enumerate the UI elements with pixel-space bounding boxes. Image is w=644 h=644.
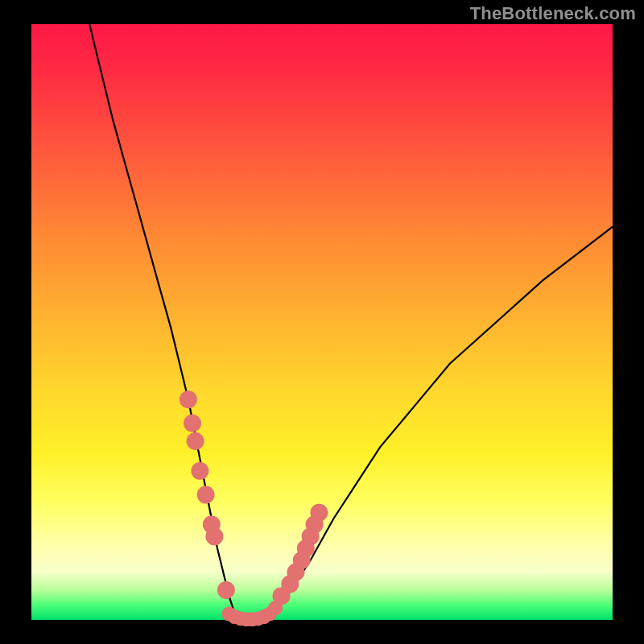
dot-layer xyxy=(180,390,328,626)
data-dot xyxy=(180,390,197,408)
data-dot xyxy=(217,581,235,599)
bottleneck-curve xyxy=(89,24,613,620)
data-dot xyxy=(268,601,283,615)
plot-area xyxy=(31,24,613,620)
data-dot xyxy=(191,462,208,480)
chart-frame: TheBottleneck.com xyxy=(0,0,644,644)
data-dot xyxy=(184,415,201,432)
watermark-text: TheBottleneck.com xyxy=(470,3,636,24)
data-dot xyxy=(205,527,223,545)
data-dot xyxy=(197,486,215,504)
plot-svg xyxy=(31,24,613,620)
data-dot xyxy=(310,504,328,522)
data-dot xyxy=(187,432,204,450)
